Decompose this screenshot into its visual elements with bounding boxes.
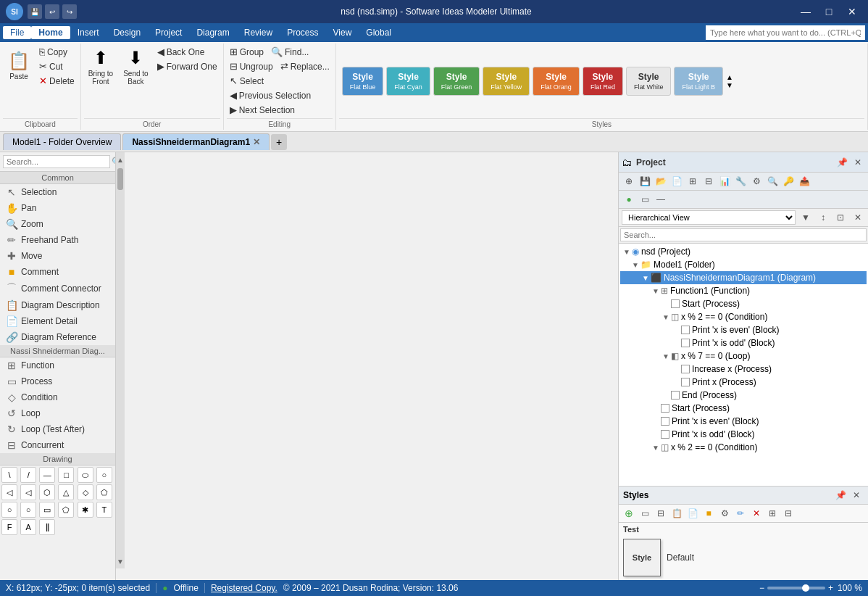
tree-item-print-even2[interactable]: Print 'x is even' (Block) (620, 415, 867, 428)
tree-item-nsd-diag[interactable]: ▼ ⬛ NassiShneidermanDiagram1 (Diagram) (620, 271, 867, 284)
proj-btn-6[interactable]: ⊟ (701, 174, 716, 189)
sidebar-loop[interactable]: ↺ Loop (0, 405, 115, 421)
project-search-input[interactable] (620, 228, 867, 241)
proj-btn-2[interactable]: 💾 (638, 174, 652, 189)
draw-tool-18[interactable]: T (96, 502, 112, 518)
tree-item-model1[interactable]: ▼ 📁 Model1 (Folder) (620, 258, 867, 271)
delete-button[interactable]: ✕ Delete (36, 74, 78, 88)
close-button[interactable]: ✕ (842, 4, 862, 19)
vscroll-thumb[interactable] (117, 168, 123, 190)
proj-btn2-2[interactable]: ▭ (638, 192, 652, 207)
draw-tool-13[interactable]: ○ (1, 502, 17, 518)
project-pin-icon[interactable]: 📌 (835, 155, 849, 170)
left-vscroll[interactable]: ▲ ▼ (116, 152, 125, 568)
sidebar-concurrent[interactable]: ⊟ Concurrent (0, 437, 115, 453)
style-flat-white[interactable]: Style Flat White (626, 67, 672, 96)
copy-button[interactable]: ⎘ Copy (36, 45, 78, 59)
draw-tool-12[interactable]: ⬠ (96, 484, 112, 500)
tree-checkbox-end1[interactable] (671, 391, 680, 400)
tree-item-start1[interactable]: Start (Process) (620, 297, 867, 310)
proj-btn-12[interactable]: 📤 (797, 174, 811, 189)
sidebar-function[interactable]: ⊞ Function (0, 357, 115, 373)
draw-tool-15[interactable]: ▭ (39, 502, 55, 518)
draw-tool-10[interactable]: △ (58, 484, 74, 500)
global-search-input[interactable] (706, 25, 865, 40)
tree-checkbox-print-odd2[interactable] (661, 430, 669, 439)
draw-tool-16[interactable]: ⬠ (58, 502, 74, 518)
save-icon[interactable]: 💾 (28, 4, 42, 19)
sidebar-condition[interactable]: ◇ Condition (0, 389, 115, 405)
sidebar-process[interactable]: ▭ Process (0, 373, 115, 389)
sidebar-loop-test-after[interactable]: ↻ Loop (Test After) (0, 421, 115, 437)
tab-nsd-close[interactable]: ✕ (253, 137, 260, 147)
tree-item-increase1[interactable]: Increase x (Process) (620, 363, 867, 376)
menu-insert[interactable]: Insert (70, 26, 107, 39)
sidebar-pan[interactable]: ✋ Pan (0, 200, 115, 216)
tree-checkbox-printx1[interactable] (681, 378, 690, 386)
sidebar-diagram-reference[interactable]: 🔗 Diagram Reference (0, 329, 115, 345)
draw-tool-7[interactable]: ◁ (1, 484, 17, 500)
tree-item-print-even1[interactable]: Print 'x is even' (Block) (620, 323, 867, 336)
vscroll-down[interactable]: ▼ (116, 554, 125, 568)
styles-btn-8[interactable]: ✏ (733, 506, 748, 521)
draw-tool-4[interactable]: □ (58, 467, 74, 483)
draw-tool-21[interactable]: ǁ (39, 519, 55, 535)
menu-global[interactable]: Global (359, 26, 398, 39)
proj-btn2-1[interactable]: ● (622, 192, 636, 207)
styles-btn-9[interactable]: ✕ (749, 506, 764, 521)
sidebar-search-input[interactable] (3, 155, 110, 168)
tab-nsd[interactable]: NassiShneidermanDiagram1 ✕ (122, 133, 270, 150)
proj-btn2-3[interactable]: — (654, 192, 668, 207)
sidebar-comment-connector[interactable]: ⌒ Comment Connector (0, 280, 115, 297)
menu-diagram[interactable]: Diagram (189, 26, 236, 39)
tree-item-function1[interactable]: ▼ ⊞ Function1 (Function) (620, 284, 867, 297)
zoom-thumb[interactable] (802, 584, 809, 592)
tree-item-cond1[interactable]: ▼ ◫ x % 2 == 0 (Condition) (620, 310, 867, 323)
style-flat-red[interactable]: Style Flat Red (583, 67, 623, 96)
vscroll-up[interactable]: ▲ (116, 152, 125, 167)
menu-home[interactable]: Home (31, 26, 70, 39)
styles-btn-3[interactable]: ⊟ (654, 506, 668, 521)
zoom-plus[interactable]: + (828, 583, 833, 593)
draw-tool-5[interactable]: ⬭ (78, 467, 93, 483)
cut-button[interactable]: ✂ Cut (36, 59, 78, 73)
prev-selection-button[interactable]: ◀ Previous Selection (227, 88, 314, 102)
tree-checkbox-print-even2[interactable] (661, 417, 669, 426)
tree-item-nsd[interactable]: ▼ ◉ nsd (Project) (620, 245, 867, 258)
tree-checkbox-start1[interactable] (671, 299, 680, 308)
tab-model1[interactable]: Model1 - Folder Overview (3, 133, 121, 150)
hier-filter-icon[interactable]: ▼ (798, 210, 813, 225)
proj-btn-9[interactable]: ⚙ (749, 174, 764, 189)
draw-tool-1[interactable]: \ (1, 467, 17, 483)
tree-item-end1[interactable]: End (Process) (620, 389, 867, 402)
tree-container[interactable]: ▼ ◉ nsd (Project) ▼ 📁 Model1 (Folder) ▼ … (619, 244, 868, 486)
sidebar-element-detail[interactable]: 📄 Element Detail (0, 313, 115, 329)
draw-tool-8[interactable]: ◁ (20, 484, 36, 500)
styles-scroll-up[interactable]: ▲ (726, 73, 733, 81)
style-flat-orange[interactable]: Style Flat Orang (533, 67, 580, 96)
styles-btn-4[interactable]: 📋 (669, 506, 684, 521)
styles-btn-11[interactable]: ⊟ (781, 506, 796, 521)
tree-checkbox-print-even1[interactable] (681, 326, 690, 334)
proj-btn-8[interactable]: 🔧 (733, 174, 748, 189)
proj-btn-11[interactable]: 🔑 (781, 174, 796, 189)
draw-tool-3[interactable]: — (39, 467, 55, 483)
styles-add-btn[interactable]: ⊕ (622, 506, 636, 521)
proj-btn-10[interactable]: 🔍 (765, 174, 780, 189)
style-flat-light-blue[interactable]: Style Flat Light B (674, 67, 723, 96)
tree-item-cond2[interactable]: ▼ ◫ x % 2 == 0 (Condition) (620, 441, 867, 454)
group-button[interactable]: ⊞ Group (227, 45, 267, 59)
bring-to-front-button[interactable]: ⬆ Bring toFront (84, 45, 117, 88)
style-flat-yellow[interactable]: Style Flat Yellow (483, 67, 530, 96)
draw-tool-17[interactable]: ✱ (78, 502, 93, 518)
tree-checkbox-print-odd1[interactable] (681, 339, 690, 347)
hier-view-select[interactable]: Hierarchical View Flat View Alphabetical… (622, 210, 796, 225)
sidebar-freehand[interactable]: ✏ Freehand Path (0, 232, 115, 248)
tree-item-print-odd1[interactable]: Print 'x is odd' (Block) (620, 336, 867, 349)
undo-icon[interactable]: ↩ (45, 4, 59, 19)
proj-btn-3[interactable]: 📂 (654, 174, 668, 189)
tab-add-button[interactable]: + (271, 134, 287, 150)
style-preview-box[interactable]: Style (623, 539, 661, 576)
styles-btn-2[interactable]: ▭ (638, 506, 652, 521)
tree-checkbox-increase1[interactable] (681, 365, 690, 373)
